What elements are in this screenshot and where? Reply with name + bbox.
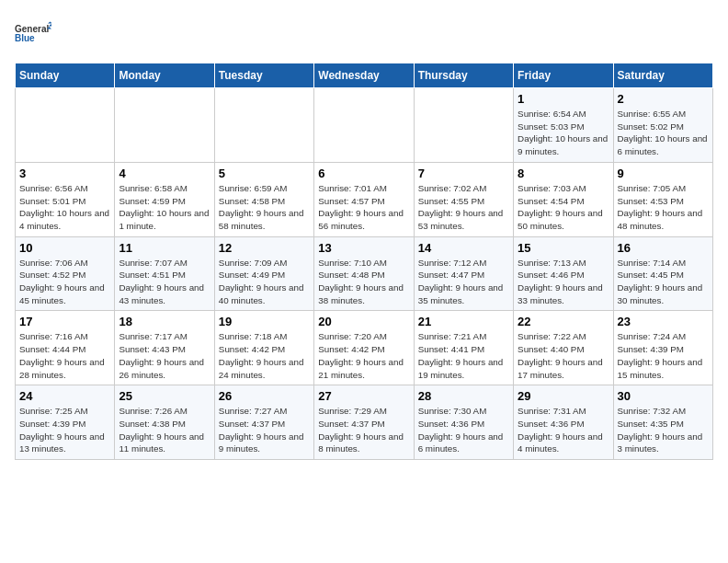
calendar-cell: 6Sunrise: 7:01 AM Sunset: 4:57 PM Daylig… — [314, 162, 414, 236]
calendar-cell: 5Sunrise: 6:59 AM Sunset: 4:58 PM Daylig… — [214, 162, 313, 236]
day-number: 14 — [418, 241, 509, 255]
calendar-cell: 18Sunrise: 7:17 AM Sunset: 4:43 PM Dayli… — [115, 311, 214, 385]
day-number: 24 — [19, 389, 110, 403]
day-number: 10 — [19, 241, 110, 255]
calendar-cell: 2Sunrise: 6:55 AM Sunset: 5:02 PM Daylig… — [613, 88, 712, 163]
day-info: Sunrise: 7:09 AM Sunset: 4:49 PM Dayligh… — [219, 257, 310, 307]
day-info: Sunrise: 7:26 AM Sunset: 4:38 PM Dayligh… — [119, 405, 210, 455]
day-info: Sunrise: 7:24 AM Sunset: 4:39 PM Dayligh… — [618, 330, 709, 381]
day-info: Sunrise: 7:29 AM Sunset: 4:37 PM Dayligh… — [318, 405, 409, 455]
day-info: Sunrise: 7:05 AM Sunset: 4:53 PM Dayligh… — [618, 182, 709, 233]
day-info: Sunrise: 6:56 AM Sunset: 5:01 PM Dayligh… — [19, 182, 110, 233]
calendar-cell: 15Sunrise: 7:13 AM Sunset: 4:46 PM Dayli… — [514, 236, 613, 311]
calendar-week-row: 3Sunrise: 6:56 AM Sunset: 5:01 PM Daylig… — [16, 162, 713, 236]
calendar-cell: 21Sunrise: 7:21 AM Sunset: 4:41 PM Dayli… — [414, 311, 513, 385]
day-number: 26 — [219, 389, 310, 403]
day-info: Sunrise: 7:20 AM Sunset: 4:42 PM Dayligh… — [318, 330, 409, 381]
day-info: Sunrise: 7:01 AM Sunset: 4:57 PM Dayligh… — [318, 182, 409, 233]
day-info: Sunrise: 7:17 AM Sunset: 4:43 PM Dayligh… — [119, 330, 210, 381]
calendar-cell: 12Sunrise: 7:09 AM Sunset: 4:49 PM Dayli… — [214, 236, 313, 311]
calendar-cell: 27Sunrise: 7:29 AM Sunset: 4:37 PM Dayli… — [314, 385, 414, 460]
calendar-cell — [314, 88, 414, 163]
day-info: Sunrise: 6:54 AM Sunset: 5:03 PM Dayligh… — [518, 108, 609, 158]
calendar-week-row: 10Sunrise: 7:06 AM Sunset: 4:52 PM Dayli… — [16, 236, 713, 311]
day-number: 1 — [518, 92, 609, 106]
calendar-cell: 14Sunrise: 7:12 AM Sunset: 4:47 PM Dayli… — [414, 236, 513, 311]
day-number: 20 — [318, 315, 409, 328]
day-number: 2 — [618, 92, 709, 106]
calendar-cell: 24Sunrise: 7:25 AM Sunset: 4:39 PM Dayli… — [16, 385, 115, 460]
day-number: 22 — [518, 315, 609, 328]
svg-marker-3 — [49, 24, 51, 27]
day-info: Sunrise: 7:21 AM Sunset: 4:41 PM Dayligh… — [418, 330, 509, 381]
day-info: Sunrise: 7:13 AM Sunset: 4:46 PM Dayligh… — [518, 257, 609, 307]
day-number: 19 — [219, 315, 310, 328]
day-number: 4 — [119, 167, 210, 180]
calendar-cell: 29Sunrise: 7:31 AM Sunset: 4:36 PM Dayli… — [514, 385, 613, 460]
day-number: 12 — [219, 241, 310, 255]
calendar-cell: 30Sunrise: 7:32 AM Sunset: 4:35 PM Dayli… — [613, 385, 712, 460]
calendar-cell: 25Sunrise: 7:26 AM Sunset: 4:38 PM Dayli… — [115, 385, 214, 460]
calendar-cell: 19Sunrise: 7:18 AM Sunset: 4:42 PM Dayli… — [214, 311, 313, 385]
day-number: 13 — [318, 241, 409, 255]
calendar-cell: 22Sunrise: 7:22 AM Sunset: 4:40 PM Dayli… — [514, 311, 613, 385]
calendar-cell: 4Sunrise: 6:58 AM Sunset: 4:59 PM Daylig… — [115, 162, 214, 236]
day-number: 8 — [518, 167, 609, 180]
day-number: 18 — [119, 315, 210, 328]
calendar-cell: 9Sunrise: 7:05 AM Sunset: 4:53 PM Daylig… — [613, 162, 712, 236]
day-info: Sunrise: 7:14 AM Sunset: 4:45 PM Dayligh… — [618, 257, 709, 307]
calendar-cell: 1Sunrise: 6:54 AM Sunset: 5:03 PM Daylig… — [514, 88, 613, 163]
day-info: Sunrise: 7:25 AM Sunset: 4:39 PM Dayligh… — [19, 405, 110, 455]
day-info: Sunrise: 7:27 AM Sunset: 4:37 PM Dayligh… — [219, 405, 310, 455]
calendar-cell: 20Sunrise: 7:20 AM Sunset: 4:42 PM Dayli… — [314, 311, 414, 385]
day-info: Sunrise: 7:10 AM Sunset: 4:48 PM Dayligh… — [318, 257, 409, 307]
day-info: Sunrise: 7:16 AM Sunset: 4:44 PM Dayligh… — [19, 330, 110, 381]
day-number: 9 — [618, 167, 709, 180]
calendar-cell — [214, 88, 313, 163]
weekday-header-saturday: Saturday — [613, 63, 712, 88]
day-info: Sunrise: 7:06 AM Sunset: 4:52 PM Dayligh… — [19, 257, 110, 307]
svg-text:Blue: Blue — [15, 33, 35, 43]
calendar-table: SundayMondayTuesdayWednesdayThursdayFrid… — [15, 63, 713, 460]
calendar-cell: 11Sunrise: 7:07 AM Sunset: 4:51 PM Dayli… — [115, 236, 214, 311]
calendar-cell: 3Sunrise: 6:56 AM Sunset: 5:01 PM Daylig… — [16, 162, 115, 236]
weekday-header-thursday: Thursday — [414, 63, 513, 88]
day-number: 3 — [19, 167, 110, 180]
weekday-header-friday: Friday — [514, 63, 613, 88]
calendar-cell: 7Sunrise: 7:02 AM Sunset: 4:55 PM Daylig… — [414, 162, 513, 236]
calendar-cell — [115, 88, 214, 163]
calendar-cell: 10Sunrise: 7:06 AM Sunset: 4:52 PM Dayli… — [16, 236, 115, 311]
day-info: Sunrise: 7:30 AM Sunset: 4:36 PM Dayligh… — [418, 405, 509, 455]
day-info: Sunrise: 7:03 AM Sunset: 4:54 PM Dayligh… — [518, 182, 609, 233]
calendar-week-row: 17Sunrise: 7:16 AM Sunset: 4:44 PM Dayli… — [16, 311, 713, 385]
calendar-week-row: 1Sunrise: 6:54 AM Sunset: 5:03 PM Daylig… — [16, 88, 713, 163]
day-info: Sunrise: 6:59 AM Sunset: 4:58 PM Dayligh… — [219, 182, 310, 233]
svg-marker-2 — [48, 22, 51, 24]
calendar-cell: 23Sunrise: 7:24 AM Sunset: 4:39 PM Dayli… — [613, 311, 712, 385]
weekday-header-tuesday: Tuesday — [214, 63, 313, 88]
day-info: Sunrise: 7:12 AM Sunset: 4:47 PM Dayligh… — [418, 257, 509, 307]
calendar-week-row: 24Sunrise: 7:25 AM Sunset: 4:39 PM Dayli… — [16, 385, 713, 460]
day-info: Sunrise: 7:32 AM Sunset: 4:35 PM Dayligh… — [618, 405, 709, 455]
day-number: 6 — [318, 167, 409, 180]
calendar-cell: 28Sunrise: 7:30 AM Sunset: 4:36 PM Dayli… — [414, 385, 513, 460]
calendar-cell — [414, 88, 513, 163]
weekday-header-sunday: Sunday — [16, 63, 115, 88]
calendar-cell: 17Sunrise: 7:16 AM Sunset: 4:44 PM Dayli… — [16, 311, 115, 385]
day-info: Sunrise: 7:22 AM Sunset: 4:40 PM Dayligh… — [518, 330, 609, 381]
calendar-cell — [16, 88, 115, 163]
day-info: Sunrise: 7:31 AM Sunset: 4:36 PM Dayligh… — [518, 405, 609, 455]
day-number: 5 — [219, 167, 310, 180]
day-number: 30 — [618, 389, 709, 403]
day-info: Sunrise: 6:55 AM Sunset: 5:02 PM Dayligh… — [618, 108, 709, 158]
day-number: 16 — [618, 241, 709, 255]
calendar-cell: 16Sunrise: 7:14 AM Sunset: 4:45 PM Dayli… — [613, 236, 712, 311]
calendar-cell: 13Sunrise: 7:10 AM Sunset: 4:48 PM Dayli… — [314, 236, 414, 311]
weekday-header-monday: Monday — [115, 63, 214, 88]
header: General Blue — [15, 15, 713, 52]
day-number: 11 — [119, 241, 210, 255]
day-number: 17 — [19, 315, 110, 328]
day-info: Sunrise: 6:58 AM Sunset: 4:59 PM Dayligh… — [119, 182, 210, 233]
day-number: 7 — [418, 167, 509, 180]
day-number: 23 — [618, 315, 709, 328]
